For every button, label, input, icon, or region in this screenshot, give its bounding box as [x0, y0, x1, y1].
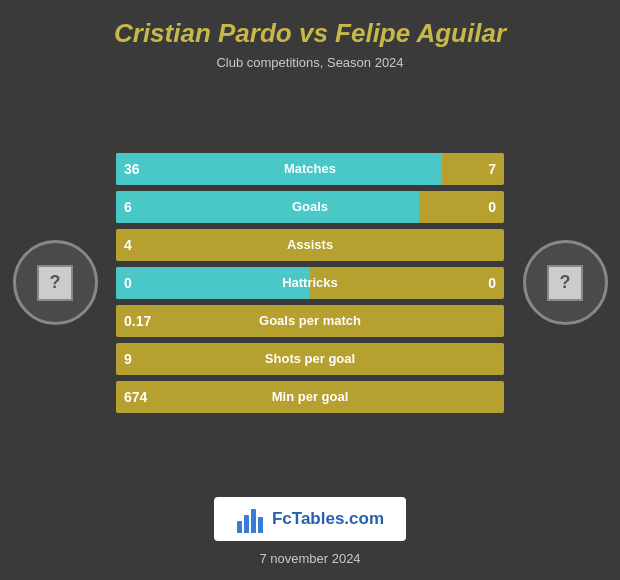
stat-row: 674Min per goal	[116, 381, 504, 413]
player2-avatar: ?	[510, 240, 620, 325]
stat-row: 0Hattricks0	[116, 267, 504, 299]
stat-bar: 4Assists	[116, 229, 504, 261]
player1-avatar: ?	[0, 240, 110, 325]
chart-icon	[236, 505, 264, 533]
stat-row: 0.17Goals per match	[116, 305, 504, 337]
footer-date: 7 november 2024	[259, 551, 360, 580]
stat-row: 36Matches7	[116, 153, 504, 185]
stat-label: Matches	[116, 161, 504, 176]
stat-bar: 36Matches7	[116, 153, 504, 185]
player1-placeholder: ?	[37, 265, 73, 301]
stat-bar: 0Hattricks0	[116, 267, 504, 299]
player1-circle: ?	[13, 240, 98, 325]
stat-label: Min per goal	[116, 389, 504, 404]
stat-label: Goals	[116, 199, 504, 214]
page-title: Cristian Pardo vs Felipe Aguilar	[20, 18, 600, 49]
stat-bar: 0.17Goals per match	[116, 305, 504, 337]
stat-right-value: 0	[488, 199, 496, 215]
stat-label: Shots per goal	[116, 351, 504, 366]
stats-container: 36Matches76Goals04Assists0Hattricks00.17…	[110, 153, 510, 413]
stat-bar: 674Min per goal	[116, 381, 504, 413]
stat-row: 9Shots per goal	[116, 343, 504, 375]
stat-right-value: 7	[488, 161, 496, 177]
watermark-container: FcTables.com	[214, 497, 406, 541]
stat-label: Goals per match	[116, 313, 504, 328]
player2-circle: ?	[523, 240, 608, 325]
stat-right-value: 0	[488, 275, 496, 291]
watermark-box: FcTables.com	[214, 497, 406, 541]
stat-label: Hattricks	[116, 275, 504, 290]
player2-placeholder: ?	[547, 265, 583, 301]
header: Cristian Pardo vs Felipe Aguilar Club co…	[0, 0, 620, 78]
stat-label: Assists	[116, 237, 504, 252]
main-content: ? 36Matches76Goals04Assists0Hattricks00.…	[0, 78, 620, 487]
stat-row: 6Goals0	[116, 191, 504, 223]
stat-bar: 9Shots per goal	[116, 343, 504, 375]
stat-bar: 6Goals0	[116, 191, 504, 223]
bar-chart-icon	[237, 509, 263, 533]
watermark-text: FcTables.com	[272, 509, 384, 529]
stat-row: 4Assists	[116, 229, 504, 261]
subtitle: Club competitions, Season 2024	[20, 55, 600, 70]
